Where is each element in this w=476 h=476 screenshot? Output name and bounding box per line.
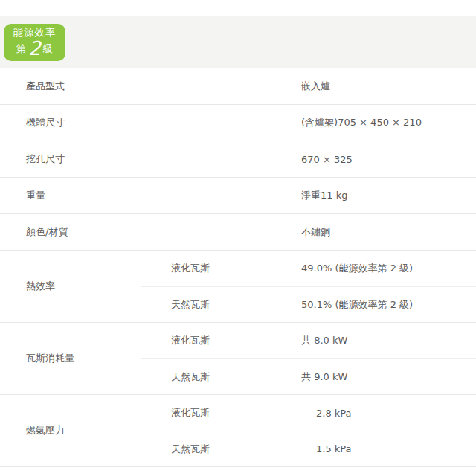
spec-table: 產品型式 嵌入爐 機體尺寸 (含爐架)705 × 450 × 210 挖孔尺寸 …	[0, 68, 476, 467]
spec-sublabel: 天然瓦斯	[141, 298, 301, 312]
spec-sublabel: 液化瓦斯	[141, 406, 301, 419]
spec-label: 顏色/材質	[0, 225, 301, 239]
spec-value: 1.5 kPa	[301, 443, 476, 454]
energy-badge-band: 能源效率 第 2 級	[0, 16, 476, 68]
spec-value: 50.1% (能源效率第 2 級)	[301, 298, 476, 312]
spec-value: 嵌入爐	[301, 80, 476, 93]
spec-label: 機體尺寸	[0, 116, 301, 129]
spec-value: 共 9.0 kW	[301, 370, 476, 384]
spec-value: 2.8 kPa	[301, 408, 476, 419]
badge-level-number: 2	[28, 39, 41, 59]
spec-sublabel: 液化瓦斯	[141, 262, 301, 275]
spec-row-product-type: 產品型式 嵌入爐	[0, 68, 476, 105]
spec-group-gas-consumption: 瓦斯消耗量 液化瓦斯 共 8.0 kW 天然瓦斯 共 9.0 kW	[0, 323, 476, 395]
spec-label: 產品型式	[0, 80, 301, 93]
spec-subrow-lpg: 液化瓦斯 49.0% (能源效率第 2 級)	[141, 251, 476, 286]
badge-level-prefix: 第	[16, 39, 27, 59]
spec-label: 重量	[0, 189, 301, 202]
spec-value: 共 8.0 kW	[301, 334, 476, 347]
spec-group-subrows: 液化瓦斯 2.8 kPa 天然瓦斯 1.5 kPa	[141, 395, 476, 466]
spec-value: 淨重11 kg	[301, 189, 476, 202]
spec-subrow-lpg: 液化瓦斯 共 8.0 kW	[141, 323, 476, 358]
spec-group-label: 燃氣壓力	[0, 395, 141, 466]
badge-level: 第 2 級	[16, 39, 54, 59]
spec-value: 49.0% (能源效率第 2 級)	[301, 262, 476, 275]
badge-level-suffix: 級	[43, 39, 54, 59]
spec-row-color-material: 顏色/材質 不鏽鋼	[0, 214, 476, 251]
spec-subrow-natural-gas: 天然瓦斯 1.5 kPa	[141, 431, 476, 466]
spec-sublabel: 天然瓦斯	[141, 443, 301, 456]
spec-subrow-lpg: 液化瓦斯 2.8 kPa	[141, 395, 476, 431]
spec-sublabel: 液化瓦斯	[141, 334, 301, 347]
spec-group-gas-pressure: 燃氣壓力 液化瓦斯 2.8 kPa 天然瓦斯 1.5 kPa	[0, 395, 476, 467]
spec-row-body-dimensions: 機體尺寸 (含爐架)705 × 450 × 210	[0, 105, 476, 141]
spec-value: 670 × 325	[301, 154, 476, 165]
spec-group-subrows: 液化瓦斯 共 8.0 kW 天然瓦斯 共 9.0 kW	[141, 323, 476, 394]
spec-label: 挖孔尺寸	[0, 152, 301, 166]
spec-sublabel: 天然瓦斯	[141, 370, 301, 384]
product-spec-page: 能源效率 第 2 級 產品型式 嵌入爐 機體尺寸 (含爐架)705 × 450 …	[0, 0, 476, 476]
spec-group-subrows: 液化瓦斯 49.0% (能源效率第 2 級) 天然瓦斯 50.1% (能源效率第…	[141, 251, 476, 322]
spec-subrow-natural-gas: 天然瓦斯 50.1% (能源效率第 2 級)	[141, 286, 476, 322]
spec-value: 不鏽鋼	[301, 225, 476, 239]
spec-group-thermal-efficiency: 熱效率 液化瓦斯 49.0% (能源效率第 2 級) 天然瓦斯 50.1% (能…	[0, 251, 476, 323]
spec-row-cutout-dimensions: 挖孔尺寸 670 × 325	[0, 141, 476, 178]
spec-group-label: 熱效率	[0, 251, 141, 322]
spec-subrow-natural-gas: 天然瓦斯 共 9.0 kW	[141, 358, 476, 394]
spec-group-label: 瓦斯消耗量	[0, 323, 141, 394]
spec-row-weight: 重量 淨重11 kg	[0, 178, 476, 214]
spec-value: (含爐架)705 × 450 × 210	[301, 116, 476, 129]
energy-efficiency-badge: 能源效率 第 2 級	[4, 24, 65, 61]
